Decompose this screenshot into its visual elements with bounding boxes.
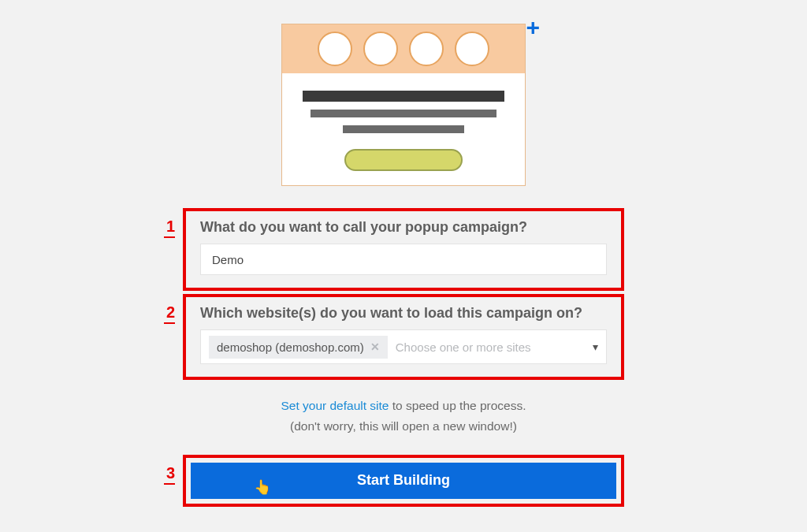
preview-bar: [303, 91, 504, 102]
helper-subtext: (don't worry, this will open a new windo…: [281, 416, 526, 437]
popup-preview-header: [282, 24, 525, 73]
campaign-create-form: + 1 What do you want to call your popup …: [0, 0, 807, 507]
helper-text: Set your default site to speed up the pr…: [281, 396, 526, 437]
site-chip: demoshop (demoshop.com) ✕: [209, 336, 388, 359]
preview-bar: [311, 110, 496, 117]
campaign-name-label: What do you want to call your popup camp…: [200, 219, 607, 236]
set-default-site-link[interactable]: Set your default site: [281, 399, 389, 412]
step-marker-2: 2: [164, 303, 175, 324]
chevron-down-icon[interactable]: ▾: [593, 340, 598, 353]
plus-icon: +: [526, 16, 540, 39]
popup-preview-frame: [281, 24, 526, 186]
site-chip-label: demoshop (demoshop.com): [217, 340, 364, 354]
campaign-sites-section: 2 Which website(s) do you want to load t…: [183, 294, 624, 380]
campaign-name-section: 1 What do you want to call your popup ca…: [183, 208, 624, 291]
popup-preview-body: [282, 73, 525, 185]
sites-select[interactable]: demoshop (demoshop.com) ✕ Choose one or …: [200, 329, 607, 364]
step-marker-1: 1: [164, 218, 175, 238]
preview-circle: [363, 32, 398, 66]
step-marker-3: 3: [164, 464, 175, 485]
preview-circle: [409, 32, 444, 66]
helper-text-after: to speed up the process.: [389, 399, 526, 412]
campaign-sites-label: Which website(s) do you want to load thi…: [200, 305, 607, 322]
preview-bar: [343, 125, 464, 133]
sites-placeholder: Choose one or more sites: [396, 340, 585, 354]
campaign-name-input[interactable]: [200, 244, 607, 275]
preview-button-pill: [344, 149, 463, 171]
preview-circle: [455, 32, 489, 66]
popup-illustration: +: [281, 24, 526, 186]
start-building-section: 3 Start Building 👆: [183, 455, 624, 507]
remove-chip-icon[interactable]: ✕: [370, 340, 380, 353]
preview-circle: [318, 32, 352, 66]
start-building-button[interactable]: Start Building: [191, 463, 616, 499]
